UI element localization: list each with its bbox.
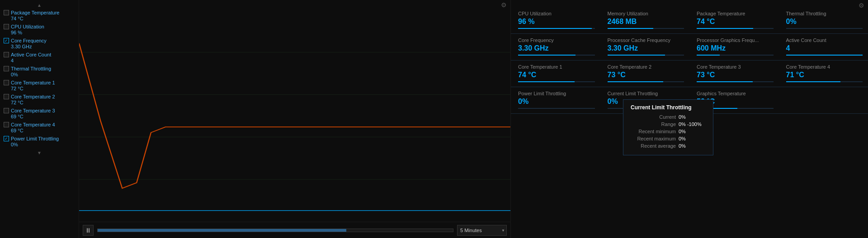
sidebar-checkbox-package-temp[interactable] bbox=[4, 10, 9, 15]
stat-bar-4 bbox=[518, 55, 595, 56]
stat-bar-fill-9 bbox=[608, 81, 664, 82]
stat-bar-8 bbox=[518, 81, 595, 82]
sidebar-item-thermal-throttle: Thermal Throttling0% bbox=[0, 65, 79, 79]
stat-label-0: CPU Utilization bbox=[518, 11, 595, 16]
tooltip-row-0: Current0% bbox=[631, 114, 706, 120]
tooltip-key-3: Recent maximum bbox=[631, 136, 676, 141]
chart-svg bbox=[79, 10, 510, 222]
tooltip-key-4: Recent average bbox=[631, 143, 676, 149]
stat-cell-0: CPU Utilization96 % bbox=[511, 7, 600, 34]
stat-bar-fill-8 bbox=[518, 81, 575, 82]
stat-cell-1: Memory Utilization2468 MB bbox=[600, 7, 690, 34]
stat-value-9: 73 °C bbox=[608, 71, 684, 79]
stat-value-6: 600 MHz bbox=[697, 44, 774, 52]
chart-area: ⚙ ⏸ 1 Minute2 Minutes5 bbox=[79, 0, 511, 238]
stat-value-3: 0% bbox=[786, 18, 863, 26]
stat-cell-10: Core Temperature 373 °C bbox=[689, 61, 779, 87]
stat-bar-fill-0 bbox=[518, 28, 592, 29]
sidebar-item-core-temp4: Core Temperature 469 °C bbox=[0, 121, 79, 135]
stat-label-5: Processor Cache Frequency bbox=[608, 37, 684, 43]
time-select[interactable]: 1 Minute2 Minutes5 Minutes10 Minutes30 M… bbox=[457, 225, 507, 236]
stat-bar-fill-7 bbox=[786, 55, 863, 56]
stat-cell-2: Package Temperature74 °C bbox=[689, 7, 779, 34]
sidebar-item-name-cpu-util: CPU Utilization bbox=[11, 24, 44, 29]
sidebar-checkbox-core-temp2[interactable] bbox=[4, 94, 9, 99]
chart-canvas bbox=[79, 10, 510, 222]
sidebar-item-core-temp2: Core Temperature 272 °C bbox=[0, 93, 79, 107]
sidebar-checkbox-power-limit[interactable] bbox=[4, 136, 9, 141]
tooltip-row-1: Range0% -100% bbox=[631, 121, 706, 127]
stat-bar-6 bbox=[697, 55, 774, 56]
sidebar-scroll-down[interactable]: ▼ bbox=[0, 149, 79, 157]
sidebar-item-core-temp3: Core Temperature 369 °C bbox=[0, 107, 79, 121]
stat-value-4: 3.30 GHz bbox=[518, 44, 595, 52]
stat-label-10: Core Temperature 3 bbox=[697, 64, 774, 70]
sidebar-item-name-core-temp2: Core Temperature 2 bbox=[11, 94, 55, 99]
sidebar-item-name-power-limit: Power Limit Throttling bbox=[11, 136, 59, 141]
stat-label-11: Core Temperature 4 bbox=[786, 64, 863, 70]
stat-value-0: 96 % bbox=[518, 18, 595, 26]
chart-toolbar: ⚙ bbox=[79, 0, 510, 10]
stat-cell-8: Core Temperature 174 °C bbox=[511, 61, 600, 87]
tooltip-key-0: Current bbox=[631, 114, 676, 120]
sidebar-item-name-core-temp1: Core Temperature 1 bbox=[11, 80, 55, 85]
tooltip-val-0: 0% bbox=[679, 114, 706, 120]
sidebar-item-name-thermal-throttle: Thermal Throttling bbox=[11, 66, 51, 71]
stat-label-13: Current Limit Throttling bbox=[608, 91, 684, 96]
sidebar-item-package-temp: Package Temperature74 °C bbox=[0, 9, 79, 23]
stat-cell-7: Active Core Count4 bbox=[779, 34, 868, 61]
stat-value-7: 4 bbox=[786, 44, 863, 52]
stat-bar-7 bbox=[786, 55, 863, 56]
stat-value-12: 0% bbox=[518, 98, 595, 106]
sidebar-item-value-active-core: 4 bbox=[11, 58, 75, 63]
sidebar-scroll-up[interactable]: ▲ bbox=[0, 2, 79, 9]
stat-cell-4: Core Frequency3.30 GHz bbox=[511, 34, 600, 61]
sidebar-item-value-thermal-throttle: 0% bbox=[11, 72, 75, 77]
stat-bar-9 bbox=[608, 81, 684, 82]
sidebar-checkbox-core-temp4[interactable] bbox=[4, 122, 9, 127]
stat-cell-15 bbox=[779, 87, 868, 114]
sidebar-item-active-core: Active Core Count4 bbox=[0, 51, 79, 65]
sidebar-checkbox-core-temp1[interactable] bbox=[4, 80, 9, 85]
sidebar-item-value-package-temp: 74 °C bbox=[11, 16, 75, 21]
tooltip-key-1: Range bbox=[631, 121, 676, 127]
sidebar-item-value-core-temp1: 72 °C bbox=[11, 86, 75, 91]
stat-bar-1 bbox=[608, 28, 684, 29]
sidebar-item-core-temp1: Core Temperature 172 °C bbox=[0, 79, 79, 93]
stat-label-2: Package Temperature bbox=[697, 11, 774, 16]
stat-cell-5: Processor Cache Frequency3.30 GHz bbox=[600, 34, 690, 61]
chart-settings-icon[interactable]: ⚙ bbox=[501, 1, 507, 9]
stat-cell-9: Core Temperature 273 °C bbox=[600, 61, 690, 87]
sidebar-checkbox-core-temp3[interactable] bbox=[4, 108, 9, 113]
stat-label-8: Core Temperature 1 bbox=[518, 64, 595, 70]
stat-cell-6: Processor Graphics Frequ...600 MHz bbox=[689, 34, 779, 61]
stat-value-8: 74 °C bbox=[518, 71, 595, 79]
tooltip-val-1: 0% -100% bbox=[679, 121, 706, 127]
sidebar-checkbox-cpu-util[interactable] bbox=[4, 24, 9, 29]
stat-bar-fill-2 bbox=[697, 28, 753, 29]
stat-bar-fill-1 bbox=[608, 28, 654, 29]
stat-value-5: 3.30 GHz bbox=[608, 44, 684, 52]
stat-bar-fill-4 bbox=[518, 55, 576, 56]
tooltip-row-2: Recent minimum0% bbox=[631, 129, 706, 134]
chart-pause-button[interactable]: ⏸ bbox=[83, 225, 94, 236]
time-select-wrapper: 1 Minute2 Minutes5 Minutes10 Minutes30 M… bbox=[457, 225, 507, 236]
tooltip-key-2: Recent minimum bbox=[631, 129, 676, 134]
sidebar-checkbox-active-core[interactable] bbox=[4, 52, 9, 57]
stat-value-2: 74 °C bbox=[697, 18, 774, 26]
sidebar-item-name-active-core: Active Core Count bbox=[11, 52, 51, 57]
sidebar-checkbox-thermal-throttle[interactable] bbox=[4, 66, 9, 71]
tooltip-val-4: 0% bbox=[679, 143, 706, 149]
tooltip-title: Current Limit Throttling bbox=[631, 104, 706, 111]
stat-label-14: Graphics Temperature bbox=[697, 91, 774, 96]
stat-cell-3: Thermal Throttling0% bbox=[779, 7, 868, 34]
stat-cell-12: Power Limit Throttling0% bbox=[511, 87, 600, 114]
stat-bar-fill-5 bbox=[608, 55, 665, 56]
stat-cell-11: Core Temperature 471 °C bbox=[779, 61, 868, 87]
tooltip-val-3: 0% bbox=[679, 136, 706, 141]
sidebar-item-name-package-temp: Package Temperature bbox=[11, 10, 59, 15]
stat-value-10: 73 °C bbox=[697, 71, 774, 79]
sidebar-checkbox-core-freq[interactable] bbox=[4, 38, 9, 43]
sidebar-item-value-core-freq: 3.30 GHz bbox=[11, 44, 75, 49]
chart-scrollbar[interactable] bbox=[97, 229, 453, 232]
